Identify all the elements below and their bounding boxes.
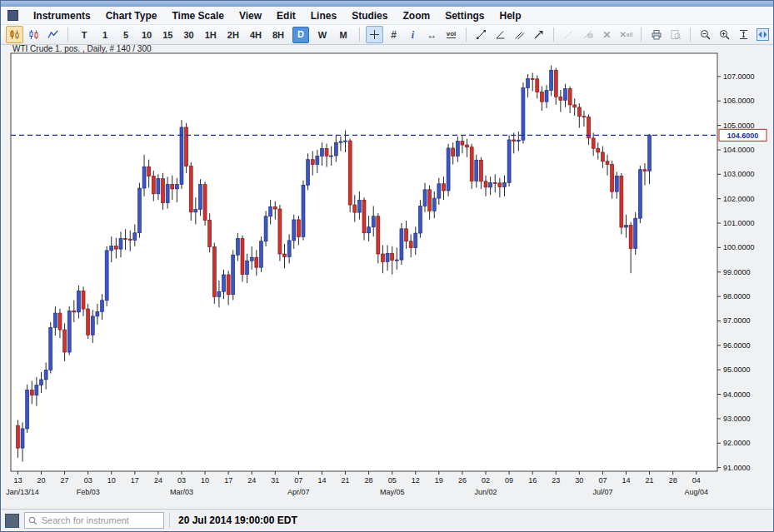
candle-body	[302, 185, 305, 236]
x-tick-label: 02	[482, 476, 490, 485]
search-input[interactable]	[40, 515, 160, 526]
candle-body	[470, 147, 473, 181]
toolbar-separator	[466, 27, 467, 42]
candle-body	[203, 185, 207, 221]
status-pane-icon[interactable]	[5, 514, 19, 528]
print-button[interactable]	[647, 26, 665, 43]
candle-body	[157, 179, 160, 194]
candle-body	[611, 165, 614, 192]
zoom-out-button[interactable]	[697, 26, 714, 43]
candle-body	[255, 257, 258, 267]
timeframe-30-button[interactable]: 30	[182, 27, 197, 42]
candle-body	[648, 136, 652, 172]
menu-item-time-scale[interactable]: Time Scale	[172, 10, 223, 22]
menu-item-settings[interactable]: Settings	[445, 10, 484, 22]
candle-body	[522, 88, 525, 141]
y-tick-label: 95.0000	[723, 365, 751, 374]
grid-button[interactable]: #	[385, 26, 402, 43]
y-tick-label: 101.0000	[723, 219, 755, 227]
chart-type-line-button[interactable]	[44, 26, 62, 43]
timeframe-5-button[interactable]: 5	[118, 27, 133, 42]
candle-body	[67, 311, 71, 352]
x-axis[interactable]: 13Jan/13/14202703Feb/0310172403Mar/03101…	[6, 471, 708, 496]
candle-body	[44, 370, 47, 379]
x-tick-label: 12	[412, 476, 420, 485]
candle-body	[573, 105, 577, 107]
parallel-channel-button[interactable]	[511, 26, 528, 43]
menu-item-help[interactable]: Help	[499, 10, 521, 22]
timeframe-1-button[interactable]: 1	[97, 27, 112, 42]
candle-body	[142, 167, 146, 188]
angle-line-button[interactable]	[492, 26, 509, 43]
timeframe-t-button[interactable]: T	[77, 27, 92, 42]
candle-body	[273, 206, 277, 209]
print-preview-icon	[670, 29, 682, 40]
x-tick-label: 07	[598, 476, 607, 485]
print-preview-button[interactable]	[667, 26, 684, 43]
timeframe-8h-button[interactable]: 8H	[270, 27, 287, 42]
delete-all-label: all	[627, 32, 633, 37]
candle-body	[77, 291, 80, 312]
candle-body	[428, 190, 432, 211]
candle-body	[643, 170, 647, 172]
arrow-tool-button[interactable]	[530, 26, 547, 43]
timeframe-15-button[interactable]: 15	[160, 27, 175, 42]
delete-all-button[interactable]: ✕ all	[617, 26, 635, 43]
menu-item-lines[interactable]: Lines	[311, 10, 337, 22]
x-tick-label: 05	[388, 476, 397, 485]
candle-body	[550, 70, 553, 90]
candle-body	[110, 246, 113, 251]
y-tick-label: 103.0000	[723, 170, 755, 178]
candle-body	[461, 142, 464, 145]
timeframe-d-button[interactable]: D	[292, 27, 309, 43]
menu-item-chart-type[interactable]: Chart Type	[106, 10, 157, 22]
chart-type-ohlc-button[interactable]	[25, 26, 42, 43]
dock-panel-button[interactable]	[754, 26, 772, 43]
trendline-button[interactable]	[472, 26, 490, 43]
zoom-in-button[interactable]	[716, 26, 733, 43]
menu-item-zoom[interactable]: Zoom	[402, 10, 430, 22]
timeframe-10-button[interactable]: 10	[139, 27, 154, 42]
volume-button[interactable]: vol	[442, 26, 460, 43]
candle-body	[287, 241, 291, 257]
candle-body	[82, 291, 85, 309]
x-tick-label: 24	[154, 476, 162, 485]
instrument-search-box[interactable]	[24, 512, 164, 529]
menu-item-view[interactable]: View	[239, 10, 262, 22]
app-icon	[7, 10, 18, 21]
crosshair-button[interactable]	[366, 26, 383, 43]
x-tick-label: 09	[505, 476, 513, 485]
x-tick-label: 13	[13, 476, 22, 485]
candle-body	[475, 160, 478, 181]
candle-body	[620, 176, 623, 227]
info-button[interactable]: i	[404, 26, 422, 43]
x-tick-label: 04	[692, 476, 701, 485]
x-tick-label: 21	[646, 476, 654, 485]
price-chart[interactable]: 107.0000106.0000105.0000104.0000103.0000…	[1, 47, 774, 510]
timeframe-1h-button[interactable]: 1H	[202, 27, 219, 42]
candle-body	[489, 182, 492, 187]
y-tick-label: 98.0000	[723, 292, 751, 301]
candle-body	[114, 246, 117, 250]
timeframe-2h-button[interactable]: 2H	[225, 27, 242, 42]
delete-button[interactable]: ✕	[598, 26, 616, 43]
erase-line-button[interactable]	[579, 26, 597, 43]
fit-vertical-button[interactable]	[735, 26, 752, 43]
timeframe-m-button[interactable]: M	[336, 27, 351, 42]
y-tick-label: 96.0000	[723, 341, 751, 350]
candle-body	[479, 160, 482, 181]
chart-type-candlestick-button[interactable]	[6, 26, 23, 43]
timeframe-4h-button[interactable]: 4H	[247, 27, 264, 42]
candle-body	[30, 390, 33, 395]
plot-area[interactable]	[11, 53, 717, 471]
horizontal-expand-button[interactable]: ↔	[423, 26, 441, 43]
menu-item-studies[interactable]: Studies	[352, 10, 387, 22]
candle-body	[568, 89, 572, 105]
timeframe-w-button[interactable]: W	[315, 27, 330, 42]
menu-item-instruments[interactable]: Instruments	[33, 10, 91, 22]
candle-body	[171, 184, 174, 189]
candle-body	[278, 209, 282, 254]
menu-item-edit[interactable]: Edit	[277, 10, 296, 22]
x-month-label: May/05	[380, 488, 405, 496]
select-lines-button[interactable]	[560, 26, 577, 43]
